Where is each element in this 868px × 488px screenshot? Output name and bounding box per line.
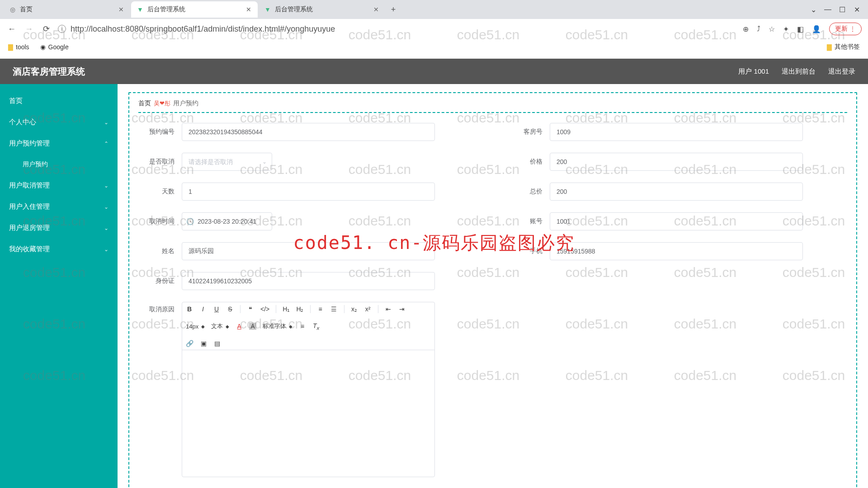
google-icon: ◉ [40, 43, 46, 51]
quote-icon[interactable]: ❝ [247, 305, 254, 313]
label-id-card: 身份证 [138, 277, 175, 285]
bg-color-icon[interactable]: A [249, 323, 256, 330]
align-icon[interactable]: ≡ [299, 323, 306, 330]
tab-title: 后台管理系统 [147, 5, 245, 14]
chevron-down-icon: ⌄ [104, 204, 108, 210]
extensions-icon[interactable]: ✦ [783, 25, 789, 33]
video-icon[interactable]: ▤ [213, 340, 221, 347]
list-ordered-icon[interactable]: ≡ [317, 305, 324, 313]
sidebar-item-cancel-mgmt[interactable]: 用户取消管理⌄ [0, 175, 118, 196]
input-price[interactable] [550, 153, 803, 171]
input-id-card[interactable] [182, 272, 435, 290]
chevron-up-icon: ⌃ [104, 141, 108, 147]
bookmarks-bar: ▇tools ◉Google ▇其他书签 [0, 39, 868, 55]
h1-icon[interactable]: H₁ [283, 305, 290, 313]
select-cancelled[interactable] [182, 153, 272, 171]
browser-tab-0[interactable]: ◎ 首页 ✕ [4, 1, 130, 18]
label-price: 价格 [506, 158, 542, 166]
update-button[interactable]: 更新⋮ [829, 23, 862, 35]
back-icon[interactable]: ← [6, 24, 17, 34]
profile-icon[interactable]: 👤 [812, 25, 821, 33]
tab-title: 后台管理系统 [275, 5, 373, 14]
sidebar: 首页 个人中心⌄ 用户预约管理⌃ 用户预约 用户取消管理⌄ 用户入住管理⌄ 用户… [0, 84, 118, 488]
strike-icon[interactable]: S [226, 305, 234, 313]
globe-icon: ◎ [9, 6, 16, 13]
font-size-select[interactable]: 14px◆ [186, 323, 205, 330]
input-account[interactable] [550, 212, 803, 230]
rich-editor: B I U S ❝ </> H₁ H₂ ≡ ☰ [182, 302, 435, 477]
bold-icon[interactable]: B [186, 305, 193, 313]
label-phone: 手机 [506, 247, 542, 255]
font-family-select[interactable]: 标准字体◆ [263, 322, 292, 330]
sidebar-item-booking[interactable]: 用户预约 [0, 154, 118, 175]
close-icon[interactable]: ✕ [118, 6, 125, 13]
subscript-icon[interactable]: x₂ [351, 305, 358, 313]
breadcrumb-home[interactable]: 首页 [138, 99, 151, 108]
sidebar-item-favorites-mgmt[interactable]: 我的收藏管理⌄ [0, 239, 118, 260]
star-icon[interactable]: ☆ [769, 25, 775, 33]
separator [378, 305, 378, 313]
zoom-icon[interactable]: ⊕ [743, 25, 749, 33]
sidebar-item-checkin-mgmt[interactable]: 用户入住管理⌄ [0, 196, 118, 217]
sidebar-item-checkout-mgmt[interactable]: 用户退房管理⌄ [0, 217, 118, 239]
chevron-down-icon[interactable]: ⌄ [810, 6, 816, 13]
heading-select[interactable]: 文本◆ [211, 322, 229, 330]
bookmark-other[interactable]: ▇其他书签 [827, 43, 860, 51]
header-user[interactable]: 用户 1001 [738, 67, 769, 76]
url-box[interactable]: i http://localhost:8080/springboot6alf1/… [58, 24, 736, 34]
maximize-icon[interactable]: ☐ [839, 6, 845, 13]
underline-icon[interactable]: U [213, 305, 220, 313]
input-booking-no[interactable] [182, 123, 435, 141]
browser-tab-1[interactable]: ▼ 后台管理系统 ✕ [131, 1, 258, 18]
close-icon[interactable]: ✕ [373, 6, 380, 13]
bookmark-google[interactable]: ◉Google [40, 43, 69, 51]
link-icon[interactable]: 🔗 [186, 340, 193, 347]
to-front-button[interactable]: 退出到前台 [782, 67, 816, 76]
breadcrumb-current: 用户预约 [173, 99, 198, 108]
input-phone[interactable] [550, 242, 803, 260]
logout-button[interactable]: 退出登录 [828, 67, 855, 76]
chevron-down-icon: ⌄ [104, 183, 108, 189]
label-days: 天数 [138, 188, 175, 196]
sidebar-item-profile[interactable]: 个人中心⌄ [0, 112, 118, 133]
close-icon[interactable]: ✕ [245, 6, 252, 13]
list-unordered-icon[interactable]: ☰ [330, 305, 338, 313]
folder-icon: ▇ [8, 43, 13, 51]
label-name: 姓名 [138, 247, 175, 255]
chevron-down-icon: ⌄ [104, 119, 108, 126]
superscript-icon[interactable]: x² [364, 305, 372, 313]
reload-icon[interactable]: ⟳ [41, 24, 52, 34]
close-window-icon[interactable]: ✕ [854, 6, 860, 13]
indent-decrease-icon[interactable]: ⇤ [385, 305, 392, 313]
sidebar-item-booking-mgmt[interactable]: 用户预约管理⌃ [0, 133, 118, 154]
input-room-no[interactable] [550, 123, 803, 141]
input-name[interactable] [182, 242, 435, 260]
sidebar-item-home[interactable]: 首页 [0, 90, 118, 112]
chevron-down-icon: ⌄ [104, 246, 108, 253]
input-days[interactable] [182, 183, 435, 201]
italic-icon[interactable]: I [199, 305, 207, 313]
h2-icon[interactable]: H₂ [296, 305, 303, 313]
new-tab-button[interactable]: + [386, 2, 401, 17]
vue-icon: ▼ [264, 6, 271, 13]
tabs-bar: ◎ 首页 ✕ ▼ 后台管理系统 ✕ ▼ 后台管理系统 ✕ + ⌄ — ☐ ✕ [0, 0, 868, 19]
input-cancel-time[interactable] [182, 212, 272, 230]
font-color-icon[interactable]: A [236, 323, 243, 330]
code-icon[interactable]: </> [260, 305, 269, 313]
input-total[interactable] [550, 183, 803, 201]
indent-increase-icon[interactable]: ⇥ [398, 305, 406, 313]
forward-icon[interactable]: → [24, 24, 34, 34]
clear-format-icon[interactable]: Tx [312, 322, 320, 331]
share-icon[interactable]: ⤴ [757, 25, 760, 33]
label-cancel-time: 取消时间 [138, 217, 175, 225]
bookmark-tools[interactable]: ▇tools [8, 43, 29, 51]
main-content: 首页 吴❤彤 用户预约 预约编号 客房号 是否取消 ⌄ [118, 84, 868, 488]
browser-tab-2[interactable]: ▼ 后台管理系统 ✕ [259, 1, 385, 18]
minimize-icon[interactable]: — [825, 6, 831, 13]
label-total: 总价 [506, 188, 542, 196]
site-info-icon[interactable]: i [58, 25, 66, 33]
sidepanel-icon[interactable]: ◧ [797, 25, 804, 33]
url-text: http://localhost:8080/springboot6alf1/ad… [71, 24, 335, 34]
editor-content[interactable] [182, 350, 434, 477]
image-icon[interactable]: ▣ [200, 340, 207, 347]
